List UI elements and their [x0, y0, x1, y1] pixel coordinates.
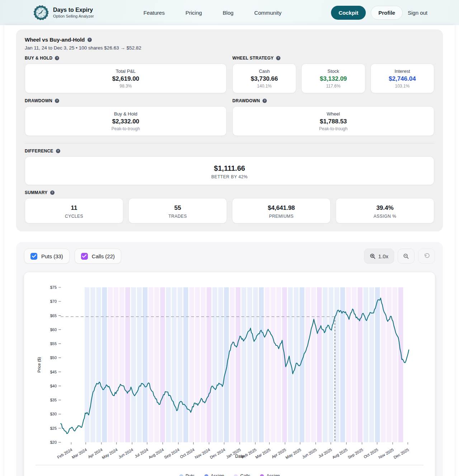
legend-call-assign: Assign — [260, 473, 280, 476]
svg-text:Oct 2024: Oct 2024 — [179, 447, 195, 459]
svg-text:Sep 2024: Sep 2024 — [164, 447, 180, 459]
legend-put-assign: Assign — [204, 473, 224, 476]
nav-blog[interactable]: Blog — [223, 10, 233, 16]
stat-title: Buy & Hold — [28, 111, 223, 117]
svg-text:May 2024: May 2024 — [101, 447, 118, 460]
svg-text:Mar 2024: Mar 2024 — [71, 447, 87, 459]
main-panel: Wheel vs Buy-and-Hold ? Jan 11, 24 to De… — [4, 25, 455, 476]
zoom-out-icon — [403, 253, 409, 259]
nav-features[interactable]: Features — [143, 10, 165, 16]
divider — [25, 143, 434, 143]
trades-stat: 55 TRADES — [128, 198, 227, 223]
stat-title: Total P&L — [28, 69, 223, 74]
reset-icon — [423, 253, 430, 259]
stat-sub: BETTER BY 42% — [28, 174, 431, 179]
calls-dot-icon — [234, 474, 238, 476]
info-icon[interactable]: ? — [56, 149, 60, 153]
site-header: Days to Expiry Option Selling Analyzer F… — [0, 0, 459, 25]
calls-toggle[interactable]: Calls (22) — [75, 249, 121, 264]
svg-text:May 2025: May 2025 — [285, 447, 302, 460]
stat-sub: 117.6% — [304, 84, 362, 89]
svg-text:Dec 2025: Dec 2025 — [393, 447, 410, 459]
stat-sub: 140.1% — [236, 84, 293, 89]
premiums-stat: $4,641.98 PREMIUMS — [232, 198, 331, 223]
profile-button[interactable]: Profile — [371, 6, 403, 20]
reset-zoom-button[interactable] — [418, 249, 435, 264]
zoom-level-button[interactable]: 1.0x — [364, 249, 394, 264]
stat-sub: Peak-to-trough — [28, 126, 223, 131]
svg-text:Date: Date — [235, 454, 245, 459]
svg-text:Nov 2024: Nov 2024 — [194, 447, 211, 459]
svg-text:Jul 2025: Jul 2025 — [317, 447, 332, 458]
stat-sub: PREMIUMS — [235, 214, 327, 219]
stat-sub: 98.3% — [28, 84, 223, 89]
puts-toggle[interactable]: Puts (33) — [24, 249, 70, 264]
svg-text:Mar 2025: Mar 2025 — [255, 447, 271, 459]
buyhold-label: BUY & HOLD — [25, 56, 52, 61]
drawdown-wheel-stat: Wheel $1,788.53 Peak-to-trough — [232, 106, 434, 136]
svg-text:$25: $25 — [50, 426, 57, 430]
info-icon[interactable]: ? — [55, 99, 59, 103]
stat-value: $1,788.53 — [236, 118, 431, 125]
stat-value: $1,111.66 — [28, 164, 431, 173]
zoom-level-label: 1.0x — [378, 253, 388, 259]
svg-text:Jul 2024: Jul 2024 — [134, 447, 149, 458]
svg-text:Jun 2024: Jun 2024 — [118, 447, 134, 459]
stat-value: $3,730.66 — [236, 75, 293, 83]
svg-text:$70: $70 — [50, 299, 57, 303]
app-subtitle: Option Selling Analyzer — [53, 14, 94, 18]
stat-value: $4,641.98 — [235, 204, 327, 212]
legend-label: Calls — [240, 473, 250, 476]
svg-text:$60: $60 — [50, 327, 57, 332]
stat-value: $2,746.04 — [374, 75, 431, 83]
card-subtitle: Jan 11, 24 to Dec 3, 25 • 100 shares $26… — [25, 45, 434, 51]
zoom-out-button[interactable] — [398, 249, 415, 264]
svg-text:Sep 2025: Sep 2025 — [347, 447, 364, 459]
info-icon[interactable]: ? — [55, 56, 59, 60]
assign-pct-stat: 39.4% ASSIGN % — [336, 198, 434, 223]
nav-pricing[interactable]: Pricing — [185, 10, 202, 16]
svg-text:Jun 2025: Jun 2025 — [301, 447, 317, 459]
info-icon[interactable]: ? — [50, 190, 55, 195]
cockpit-button[interactable]: Cockpit — [331, 6, 366, 20]
svg-text:$35: $35 — [50, 398, 57, 402]
svg-text:Apr 2024: Apr 2024 — [87, 447, 103, 459]
chart-section: Puts (33) Calls (22) 1.0x — [16, 242, 443, 476]
svg-text:$55: $55 — [50, 341, 57, 346]
calls-toggle-label: Calls (22) — [92, 253, 115, 259]
signout-link[interactable]: Sign out — [408, 10, 427, 16]
drawdown-right-label: DRAWDOWN — [232, 98, 260, 103]
calls-checkbox[interactable] — [81, 253, 88, 260]
svg-text:$50: $50 — [50, 355, 57, 360]
main-nav: Features Pricing Blog Community — [94, 10, 331, 16]
stat-value: 39.4% — [339, 204, 431, 212]
check-icon — [32, 254, 36, 258]
stat-value: 55 — [132, 204, 224, 212]
clock-logo-icon — [34, 5, 48, 20]
stat-value: $2,332.00 — [28, 118, 223, 125]
info-icon[interactable]: ? — [276, 56, 280, 60]
nav-community[interactable]: Community — [254, 10, 281, 16]
assign-dot-icon — [204, 474, 208, 476]
comparison-card: Wheel vs Buy-and-Hold ? Jan 11, 24 to De… — [16, 29, 443, 231]
svg-text:Feb 2024: Feb 2024 — [56, 447, 73, 459]
stat-sub: Peak-to-trough — [236, 126, 431, 131]
svg-text:Nov 2025: Nov 2025 — [378, 447, 394, 459]
stock-stat: Stock $3,132.09 117.6% — [301, 63, 365, 93]
interest-stat: Interest $2,746.04 103.1% — [370, 63, 434, 93]
check-icon — [82, 254, 86, 258]
price-chart[interactable]: $20$25$30$35$40$45$50$55$60$65$70$75Feb … — [24, 272, 431, 465]
svg-text:Price ($): Price ($) — [37, 357, 41, 373]
svg-text:$75: $75 — [50, 285, 57, 289]
brand[interactable]: Days to Expiry Option Selling Analyzer — [34, 5, 94, 20]
svg-text:$40: $40 — [50, 384, 57, 388]
stat-title: Cash — [236, 69, 293, 74]
info-icon[interactable]: ? — [87, 38, 92, 42]
svg-text:Oct 2025: Oct 2025 — [363, 447, 379, 459]
puts-checkbox[interactable] — [30, 253, 37, 260]
svg-text:Aug 2025: Aug 2025 — [331, 447, 348, 459]
puts-toggle-label: Puts (33) — [41, 253, 63, 259]
info-icon[interactable]: ? — [262, 99, 267, 103]
svg-text:$65: $65 — [50, 314, 57, 318]
zoom-in-icon — [370, 253, 376, 259]
